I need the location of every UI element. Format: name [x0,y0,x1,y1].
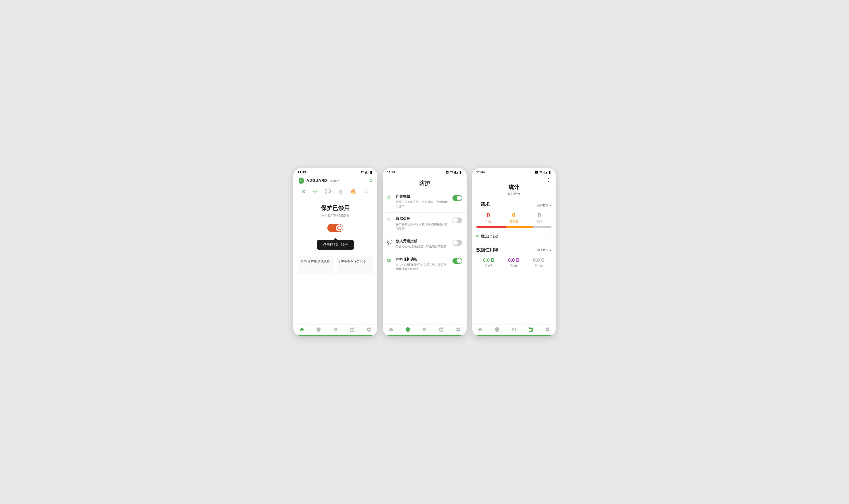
data-downloaded: 0.0 B 已下载 [533,257,545,268]
apps-icon-3 [511,327,517,332]
prot-title-track: 跟踪保护 [396,217,449,221]
data-downloaded-val: 0.0 B [533,257,545,263]
nav-apps-1[interactable] [333,327,338,332]
refresh-icon[interactable]: ↻ [369,178,373,183]
protection-section: 保护已禁用 未拦截广告和跟踪器 [293,198,377,240]
nav-shield-3[interactable] [494,327,500,332]
track-toggle[interactable] [452,217,462,223]
home-icon [299,327,304,332]
toggle-knob [336,224,343,231]
nav-stats-2[interactable] [439,327,444,332]
fire-nav-icon[interactable]: 🔥 [350,188,356,194]
nav-settings-2[interactable] [455,327,461,332]
logo-area: ADGUARD Nightly [298,177,339,184]
data-usage-title: 数据使用率 [476,247,499,253]
battery-icon-3 [548,170,552,174]
more-menu-icon[interactable]: ⋮ [546,177,552,183]
signal-icon [365,170,368,174]
green-bar-2 [383,335,467,336]
promo-card-protected-text: 始终保持受保护 状态 [339,259,370,264]
data-saved: 0.0 B 已节省 [483,257,495,268]
home-icon-2 [389,327,394,332]
face-nav-icon[interactable]: ☺ [364,188,369,194]
nav-stats-1[interactable] [349,327,355,332]
apps-icon-2 [422,327,427,332]
nav-settings-1[interactable] [366,327,372,332]
bottom-nav-3 [472,324,556,335]
requests-filter[interactable]: 所有数据 ∨ [537,203,552,208]
status-time-3: 11:44 [476,170,485,174]
battery-icon [369,170,373,174]
track-icon: ⊛ [387,217,393,222]
stats-header-row: ⋮ [472,175,556,183]
status-bar-3: 11:44 [472,168,556,175]
status-bar-2: 11:44 [383,168,467,175]
wifi-icon-3 [539,170,543,174]
promo-card-browser-text: 尝试我们的私密 浏览器 [301,259,331,264]
requests-count: 0 [538,212,541,219]
period-label: 全时段 [508,192,517,196]
enable-tooltip[interactable]: 点击以启用保护 [317,240,354,250]
nav-shield-2[interactable] [405,327,411,332]
nav-home-2[interactable] [389,327,394,332]
prot-text-dns: DNS保护功能 在 DNS 层面保护用户免受广告、跟踪器和其他威胁的侵害 [396,257,449,271]
annoy-toggle-knob [453,240,458,245]
signal-icon-2 [454,170,458,174]
track-nav-icon[interactable]: ⊛ [313,188,317,194]
apps-icon [333,327,338,332]
prot-text-ad: 广告拦截 拦截不需要的广告，例如横幅、视频和弹出窗口 [396,194,449,209]
tooltip-wrapper: 点击以启用保护 [293,240,377,256]
data-uploaded: 0.0 B 已上传 [508,257,520,268]
requests-label: 请求 [537,220,542,224]
shield-icon-3 [494,327,500,332]
nav-settings-3[interactable] [545,327,550,332]
promo-card-protected[interactable]: 始终保持受保护 状态 [337,256,373,274]
shield-icon-2 [405,327,411,332]
prot-desc-ad: 拦截不需要的广告，例如横幅、视频和弹出窗口 [396,200,449,209]
phone-1: 11:43 ADGUARD Nightly ↻ [293,168,377,336]
trackers-count: 0 [512,212,516,219]
adguard-logo-icon [298,177,305,184]
stats-icon [349,327,355,332]
activity-label: 最近的活动 [481,234,548,239]
phone2-content: 防护 ⊘ 广告拦截 拦截不需要的广告，例如横幅、视频和弹出窗口 ⊛ 跟踪保护 保… [383,175,467,324]
status-icons-1 [361,170,373,174]
promo-card-browser[interactable]: 尝试我们的私密 浏览器 [298,256,334,274]
nav-shield-1[interactable] [316,327,321,332]
data-filter-label: 所有数据 [537,248,548,252]
ad-block-toggle[interactable] [452,195,462,201]
ad-block-icon: ⊘ [387,195,393,200]
annoy-toggle[interactable] [452,240,462,246]
stats-period-selector[interactable]: 全时段 ∨ [472,192,556,200]
activity-chevron-icon: › [550,234,552,239]
ad-block-nav-icon[interactable]: ⊘ [302,188,306,194]
trackers-progress-seg [506,226,533,228]
stats-icon-3 [528,327,534,332]
nav-apps-3[interactable] [511,327,517,332]
nav-apps-2[interactable] [422,327,427,332]
track-toggle-knob [453,218,458,223]
req-trackers: 0 跟踪器 [509,212,518,224]
nav-home-1[interactable] [299,327,304,332]
data-saved-label: 已节省 [485,264,493,268]
annoy-nav-icon[interactable]: 💬 [325,188,331,194]
recent-activity-row[interactable]: ≡ 最近的活动 › [472,232,556,242]
nav-home-3[interactable] [478,327,483,332]
protection-item-ad: ⊘ 广告拦截 拦截不需要的广告，例如横幅、视频和弹出窗口 [383,190,467,213]
green-bar-3 [472,335,556,336]
shield-icon [316,327,321,332]
stats-icon-2 [439,327,444,332]
annoy-icon: 💬 [387,239,393,245]
dns-toggle[interactable] [452,258,462,264]
protection-toggle[interactable] [327,224,343,232]
nav-stats-3[interactable] [528,327,534,332]
phone1-content: ADGUARD Nightly ↻ ⊘ ⊛ 💬 ▦ 🔥 ☺ 保护已禁用 未拦截广… [293,175,377,324]
stats-page-title: 统计 [472,183,556,192]
requests-section-header: 请求 所有数据 ∨ [472,200,556,212]
dns-nav-icon[interactable]: ▦ [338,188,343,194]
requests-section-title: 请求 [476,201,494,209]
phone3-content: ⋮ 统计 全时段 ∨ 请求 所有数据 ∨ 0 广告 0 跟踪器 0 [472,175,556,324]
req-ads: 0 广告 [485,212,491,224]
data-filter[interactable]: 所有数据 ∨ [537,248,552,252]
settings-icon-3 [545,327,550,332]
